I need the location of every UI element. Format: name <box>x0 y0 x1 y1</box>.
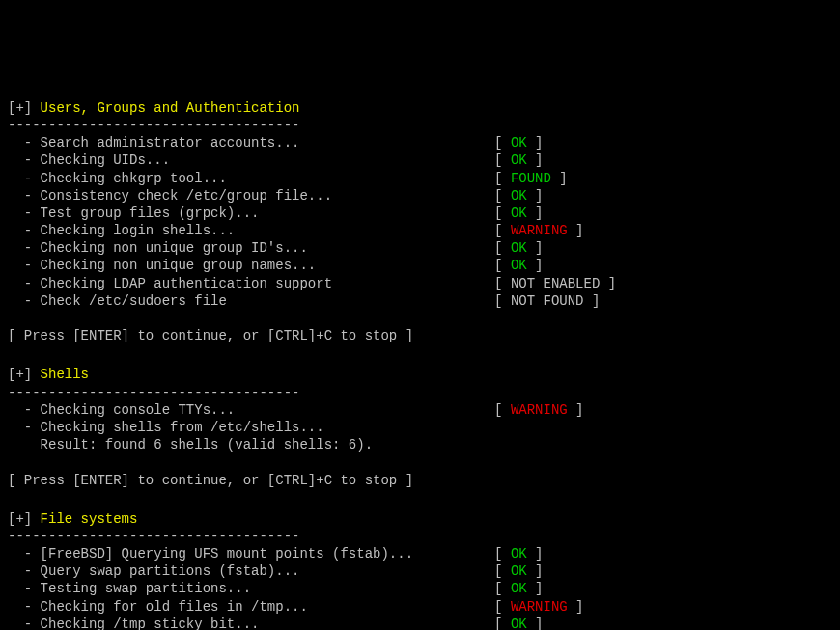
check-row: - Check /etc/sudoers file [ NOT FOUND ] <box>8 292 832 310</box>
check-row: - Search administrator accounts... [ OK … <box>8 134 832 151</box>
bracket-open: [ <box>494 188 511 204</box>
check-row: - Checking for old files in /tmp... [ WA… <box>8 598 832 616</box>
check-label: - Checking UIDs... <box>8 152 494 168</box>
blank-line <box>8 310 832 327</box>
status-value: FOUND <box>511 171 551 186</box>
bracket-open: [ <box>494 276 511 291</box>
section-header: [+] File systems <box>8 510 832 528</box>
check-label: - Test group files (grpck)... <box>8 205 494 221</box>
check-row: - Checking shells from /etc/shells... <box>8 419 832 436</box>
check-row: - Checking /tmp sticky bit... [ OK ] <box>8 616 832 630</box>
bracket-close: ] <box>527 563 544 579</box>
status-value: NOT ENABLED <box>511 276 600 291</box>
bracket-open: [ <box>494 152 511 168</box>
header-prefix: [+] <box>8 511 41 527</box>
check-row: - [FreeBSD] Querying UFS mount points (f… <box>8 545 832 562</box>
status-value: WARNING <box>511 402 568 418</box>
bracket-open: [ <box>494 581 511 596</box>
status-value: WARNING <box>511 599 568 615</box>
status-value: OK <box>511 188 527 204</box>
bracket-close: ] <box>568 223 584 238</box>
status-value: OK <box>511 135 527 151</box>
bracket-close: ] <box>527 188 544 204</box>
status-value: OK <box>511 563 527 579</box>
bracket-close: ] <box>527 616 544 630</box>
section-divider: ------------------------------------ <box>8 384 832 401</box>
bracket-open: [ <box>494 563 511 579</box>
continue-prompt[interactable]: [ Press [ENTER] to continue, or [CTRL]+C… <box>8 327 832 344</box>
section: [+] File systems------------------------… <box>8 510 832 630</box>
bracket-close: ] <box>584 293 601 309</box>
check-label: - Checking /tmp sticky bit... <box>8 616 494 630</box>
check-label: - Query swap partitions (fstab)... <box>8 563 494 579</box>
bracket-open: [ <box>494 223 511 238</box>
bracket-close: ] <box>527 581 544 596</box>
status-value: OK <box>511 616 527 630</box>
check-row: - Checking login shells... [ WARNING ] <box>8 222 832 239</box>
bracket-open: [ <box>494 599 511 615</box>
blank-line <box>8 453 832 471</box>
bracket-open: [ <box>494 240 511 256</box>
bracket-open: [ <box>494 135 511 151</box>
bracket-close: ] <box>527 240 544 256</box>
check-label: - Checking for old files in /tmp... <box>8 599 494 615</box>
check-row: - Checking LDAP authentication support [… <box>8 275 832 292</box>
section-header: [+] Users, Groups and Authentication <box>8 99 832 117</box>
section: [+] Shells------------------------------… <box>8 366 832 488</box>
status-value: OK <box>511 205 527 221</box>
bracket-close: ] <box>551 171 568 186</box>
section-title: Shells <box>41 367 89 382</box>
section: [+] Users, Groups and Authentication----… <box>8 99 832 345</box>
terminal-output: [+] Users, Groups and Authentication----… <box>8 99 832 630</box>
status-value: OK <box>511 581 527 596</box>
status-value: WARNING <box>511 223 568 238</box>
check-label: - Checking non unique group ID's... <box>8 240 494 256</box>
result-line: Result: found 6 shells (valid shells: 6)… <box>8 436 832 453</box>
check-label: - Consistency check /etc/group file... <box>8 188 494 204</box>
bracket-close: ] <box>527 152 544 168</box>
check-row: - Consistency check /etc/group file... [… <box>8 187 832 205</box>
check-row: - Checking chkgrp tool... [ FOUND ] <box>8 170 832 187</box>
bracket-open: [ <box>494 546 511 562</box>
check-row: - Test group files (grpck)... [ OK ] <box>8 205 832 222</box>
bracket-open: [ <box>494 616 511 630</box>
bracket-close: ] <box>527 258 544 273</box>
status-value: OK <box>511 258 527 273</box>
bracket-close: ] <box>600 276 616 291</box>
bracket-open: [ <box>494 402 511 418</box>
bracket-open: [ <box>494 205 511 221</box>
bracket-close: ] <box>568 599 584 615</box>
section-divider: ------------------------------------ <box>8 117 832 134</box>
section-header: [+] Shells <box>8 366 832 383</box>
check-row: - Testing swap partitions... [ OK ] <box>8 580 832 597</box>
check-label: - Testing swap partitions... <box>8 581 494 596</box>
bracket-close: ] <box>568 402 584 418</box>
bracket-close: ] <box>527 205 544 221</box>
status-value: OK <box>511 546 527 562</box>
check-label: - Checking non unique group names... <box>8 258 494 273</box>
status-value: NOT FOUND <box>511 293 584 309</box>
header-prefix: [+] <box>8 100 41 116</box>
bracket-close: ] <box>527 546 544 562</box>
check-row: - Checking UIDs... [ OK ] <box>8 151 832 169</box>
section-title: File systems <box>41 511 138 527</box>
bracket-open: [ <box>494 293 511 309</box>
check-row: - Checking console TTYs... [ WARNING ] <box>8 401 832 419</box>
bracket-close: ] <box>527 135 544 151</box>
status-value: OK <box>511 152 527 168</box>
check-row: - Query swap partitions (fstab)... [ OK … <box>8 562 832 580</box>
check-row: - Checking non unique group ID's... [ OK… <box>8 239 832 257</box>
check-label: - Check /etc/sudoers file <box>8 293 494 309</box>
section-divider: ------------------------------------ <box>8 528 832 545</box>
check-label: - Search administrator accounts... <box>8 135 494 151</box>
section-title: Users, Groups and Authentication <box>41 100 300 116</box>
header-prefix: [+] <box>8 367 41 382</box>
check-label: - Checking login shells... <box>8 223 494 238</box>
check-label: - Checking shells from /etc/shells... <box>8 420 324 435</box>
continue-prompt[interactable]: [ Press [ENTER] to continue, or [CTRL]+C… <box>8 472 832 489</box>
check-label: - Checking console TTYs... <box>8 402 494 418</box>
check-label: - [FreeBSD] Querying UFS mount points (f… <box>8 546 494 562</box>
check-label: - Checking chkgrp tool... <box>8 171 494 186</box>
check-label: - Checking LDAP authentication support <box>8 276 494 291</box>
check-row: - Checking non unique group names... [ O… <box>8 257 832 274</box>
